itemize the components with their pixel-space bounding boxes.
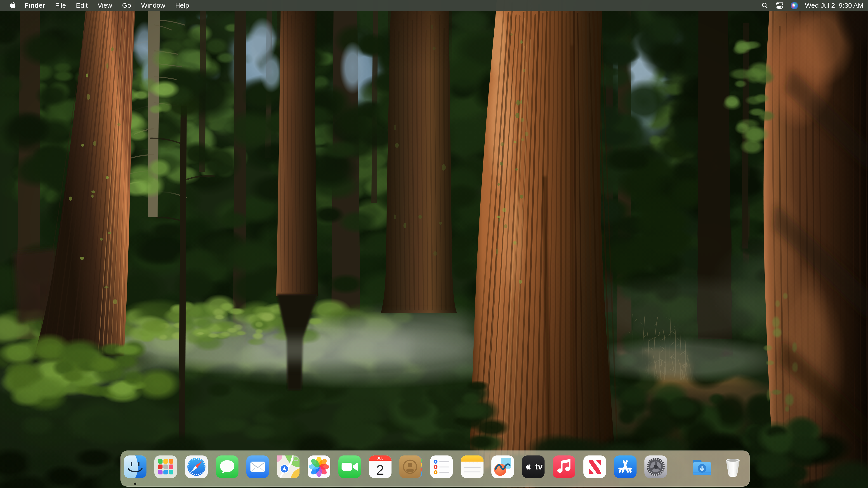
svg-text:2: 2	[376, 462, 384, 478]
svg-text:tv: tv	[535, 462, 543, 471]
svg-text:JUL: JUL	[377, 456, 383, 460]
